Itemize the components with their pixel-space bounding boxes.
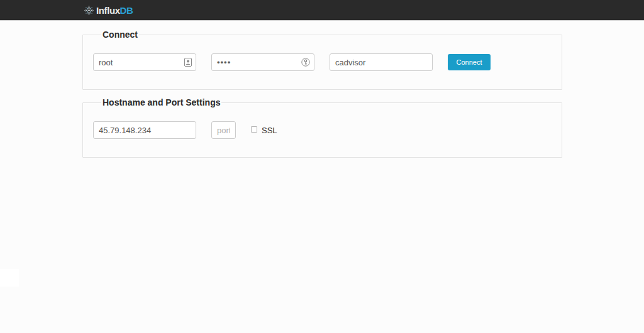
database-input[interactable]	[330, 53, 433, 71]
username-input[interactable]	[93, 53, 196, 71]
logo-text: InfluxDB	[96, 5, 133, 16]
connect-button[interactable]: Connect	[448, 54, 491, 70]
ssl-checkbox-group[interactable]: SSL	[251, 126, 277, 135]
hostname-field-wrap	[93, 121, 196, 139]
database-field-wrap	[330, 53, 433, 71]
render-artifact-square	[0, 269, 19, 287]
port-field-wrap	[211, 121, 236, 139]
top-navbar: InfluxDB	[0, 0, 644, 21]
password-field-wrap	[211, 53, 314, 71]
connect-fields-row: Connect	[93, 53, 552, 71]
username-field-wrap	[93, 53, 196, 71]
ssl-checkbox[interactable]	[251, 126, 257, 133]
logo-text-db: DB	[120, 5, 133, 16]
connect-section-legend: Connect	[101, 30, 139, 40]
main-content: Connect	[82, 30, 562, 158]
port-input[interactable]	[211, 121, 236, 139]
logo-text-influx: Influx	[96, 5, 120, 16]
hostname-fields-row: SSL	[93, 121, 552, 139]
connect-section: Connect	[82, 30, 562, 90]
hostname-input[interactable]	[93, 121, 196, 139]
influxdb-logo[interactable]: InfluxDB	[83, 4, 133, 16]
ssl-checkbox-label: SSL	[262, 126, 277, 135]
key-autofill-icon[interactable]	[301, 58, 310, 67]
profile-autofill-icon[interactable]	[184, 58, 192, 67]
password-input[interactable]	[211, 53, 314, 71]
hostname-port-section: Hostname and Port Settings SSL	[82, 97, 562, 158]
influxdb-burst-icon	[83, 4, 95, 16]
hostname-port-legend: Hostname and Port Settings	[101, 97, 221, 107]
